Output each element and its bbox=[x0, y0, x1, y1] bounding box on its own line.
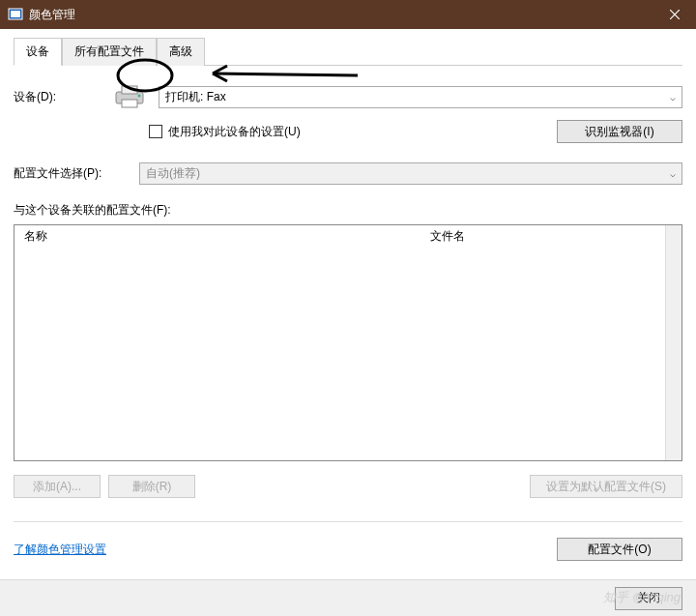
chevron-down-icon: ⌵ bbox=[670, 92, 676, 103]
divider bbox=[14, 521, 682, 522]
titlebar: 颜色管理 bbox=[0, 0, 696, 29]
close-icon bbox=[670, 10, 680, 19]
svg-rect-7 bbox=[122, 100, 137, 107]
column-filename[interactable]: 文件名 bbox=[420, 225, 475, 248]
device-dropdown[interactable]: 打印机: Fax ⌵ bbox=[159, 86, 682, 108]
learn-more-link[interactable]: 了解颜色管理设置 bbox=[14, 542, 106, 558]
add-button: 添加(A)... bbox=[14, 475, 101, 498]
footer: 关闭 bbox=[0, 579, 696, 616]
use-my-settings-label: 使用我对此设备的设置(U) bbox=[168, 124, 301, 140]
svg-point-8 bbox=[138, 95, 141, 98]
associated-profiles-label: 与这个设备关联的配置文件(F): bbox=[14, 202, 682, 219]
profiles-button[interactable]: 配置文件(O) bbox=[557, 538, 682, 561]
tabs: 设备 所有配置文件 高级 bbox=[14, 37, 682, 66]
svg-rect-6 bbox=[122, 86, 137, 94]
identify-monitors-button[interactable]: 识别监视器(I) bbox=[557, 120, 682, 143]
profile-selected: 自动(推荐) bbox=[146, 165, 200, 182]
device-selected: 打印机: Fax bbox=[165, 89, 226, 105]
column-name[interactable]: 名称 bbox=[14, 225, 420, 248]
close-footer-button[interactable]: 关闭 bbox=[615, 587, 682, 610]
remove-button: 删除(R) bbox=[108, 475, 195, 498]
printer-icon bbox=[110, 83, 149, 110]
app-icon bbox=[8, 7, 23, 22]
chevron-down-icon: ⌵ bbox=[670, 168, 676, 179]
window-title: 颜色管理 bbox=[29, 7, 688, 23]
scrollbar[interactable] bbox=[665, 225, 682, 460]
profiles-listbox[interactable]: 名称 文件名 bbox=[14, 224, 682, 461]
svg-rect-1 bbox=[11, 11, 20, 17]
tab-devices[interactable]: 设备 bbox=[14, 38, 62, 66]
tab-all-profiles[interactable]: 所有配置文件 bbox=[62, 38, 157, 66]
listbox-header: 名称 文件名 bbox=[14, 225, 682, 247]
profile-select-label: 配置文件选择(P): bbox=[14, 165, 139, 182]
tab-advanced[interactable]: 高级 bbox=[157, 38, 205, 66]
use-my-settings-checkbox[interactable] bbox=[149, 125, 162, 138]
set-default-button: 设置为默认配置文件(S) bbox=[530, 475, 682, 498]
device-label: 设备(D): bbox=[14, 89, 110, 105]
profile-select-dropdown: 自动(推荐) ⌵ bbox=[139, 162, 682, 185]
close-button[interactable] bbox=[652, 0, 696, 29]
